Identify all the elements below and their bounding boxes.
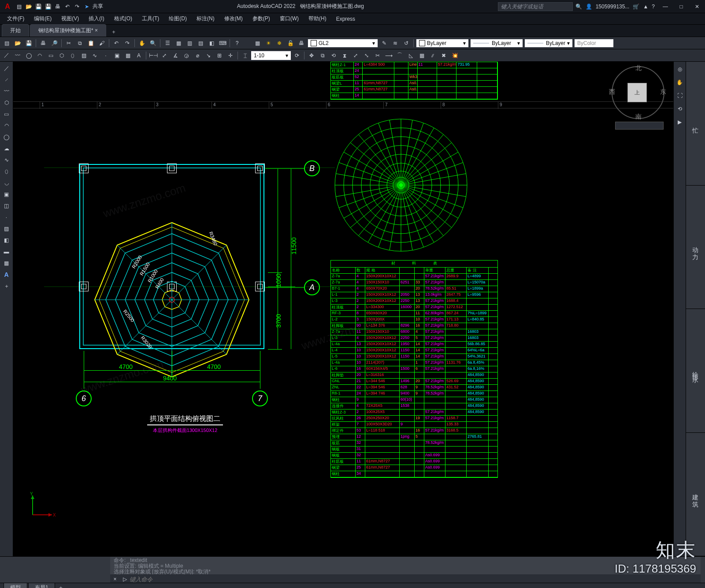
docked-panel[interactable]: 给排水 [686,309,705,433]
scale-icon[interactable]: ⤢ [351,51,360,60]
menu-item[interactable]: 工具(T) [137,14,163,24]
text-icon[interactable]: A [134,51,144,60]
make-block-icon[interactable]: ◫ [2,201,11,211]
linetype-dropdown[interactable]: ByLayer ▾ [470,39,523,48]
menu-item[interactable]: 参数(P) [248,14,275,24]
point-icon[interactable]: · [101,51,111,60]
mtext-icon[interactable]: A [2,270,11,279]
command-history[interactable]: 命令: _textedit当前设置: 编辑模式 = Multiple选择注释对象… [110,557,701,574]
pan-icon[interactable]: ✋ [137,38,147,48]
cart-icon[interactable]: 🛒 [633,4,639,10]
open-icon[interactable]: 📂 [25,3,33,11]
block-icon[interactable]: ▣ [112,51,122,60]
matchprops-icon[interactable]: 🖌 [97,38,107,48]
rect-icon[interactable]: ▭ [2,109,11,119]
pan-icon[interactable]: ✋ [675,78,685,87]
cmd-close-icon[interactable]: × [110,576,120,582]
dim-linear-icon[interactable]: ⊢⊣ [148,51,158,60]
help2-icon[interactable]: ? [232,38,242,48]
menu-item[interactable]: 编辑(E) [30,14,56,24]
lineweight-dropdown[interactable]: ByLayer ▾ [524,39,573,48]
dim-scale-dropdown[interactable]: 1-10 ▾ [251,51,291,60]
cut-icon[interactable]: ✂ [64,38,74,48]
calc-icon[interactable]: ⌨ [218,38,227,48]
layer-match-icon[interactable]: ≋ [390,38,400,48]
markup-icon[interactable]: ◧ [207,38,216,48]
rotate-icon[interactable]: ⟲ [329,51,338,60]
docked-panel[interactable]: 建 筑 [686,433,705,557]
circle-icon[interactable]: ◯ [2,132,11,142]
ellipse-icon[interactable]: ⬯ [2,167,11,176]
mirror-icon[interactable]: ⧗ [340,51,349,60]
layer-prev-icon[interactable]: ↺ [401,38,411,48]
dim-radius-icon[interactable]: ◶ [182,51,191,60]
tab-close-icon[interactable]: × [95,27,98,33]
color-dropdown[interactable]: ByLayer ▾ [416,39,469,48]
undo-icon[interactable]: ↶ [63,3,71,11]
properties-icon[interactable]: ☰ [163,38,172,48]
minimize-button[interactable]: — [657,2,673,11]
search-icon[interactable]: 🔍 [575,4,582,10]
dimstyle-icon[interactable]: ⌶ [240,51,250,60]
centermark-icon[interactable]: ✛ [226,51,235,60]
arc-icon[interactable]: ◠ [35,51,45,60]
spline-icon[interactable]: ∿ [90,51,100,60]
new-icon[interactable]: ▤ [2,38,11,48]
menu-item[interactable]: 绘图(D) [164,14,191,24]
revcloud-icon[interactable]: ☁ [2,144,11,153]
drawing-canvas[interactable]: 123456789 上 北 南 东 西 [13,62,673,556]
explode-icon[interactable]: 💥 [450,51,460,60]
stretch-icon[interactable]: ⤡ [362,51,371,60]
tab-active-doc[interactable]: 钢结构屋顶钟楼施工图* × [30,24,106,37]
menu-item[interactable]: 插入(I) [84,14,108,24]
circle-icon[interactable]: ◯ [24,51,33,60]
help-search[interactable]: 键入关键字或短语 [498,2,573,11]
viewcube-south[interactable]: 南 [635,113,642,121]
menu-item[interactable]: 修改(M) [220,14,247,24]
table-icon[interactable]: ▦ [123,51,133,60]
layer-plot-icon[interactable]: 🖶 [297,38,306,48]
share-icon[interactable]: ➤ [83,3,91,11]
rect-icon[interactable]: ▭ [46,51,56,60]
trim-icon[interactable]: ✂ [373,51,382,60]
layer-lock-icon[interactable]: 🔓 [286,38,295,48]
leader-icon[interactable]: ↘ [204,51,213,60]
save-icon[interactable]: 💾 [24,38,33,48]
layer-freeze-icon[interactable]: ❄ [275,38,284,48]
line-icon[interactable]: ／ [2,63,11,73]
designcenter-icon[interactable]: ▦ [174,38,183,48]
polygon-icon[interactable]: ⬡ [57,51,67,60]
insert-icon[interactable]: ▣ [2,190,11,199]
copy2-icon[interactable]: ⧉ [318,51,327,60]
polygon-icon[interactable]: ⬡ [2,98,11,108]
save-icon[interactable]: 💾 [34,3,42,11]
maximize-button[interactable]: □ [673,2,689,11]
table-icon[interactable]: ▦ [2,258,11,268]
viewcube-face[interactable]: 上 [627,83,647,102]
command-input[interactable] [130,576,701,583]
docked-panel[interactable]: 忙 [686,62,705,186]
region-icon[interactable]: ▬ [2,247,11,257]
viewcube-west[interactable]: 西 [609,88,615,96]
docked-panel[interactable]: 动 力 [686,186,705,309]
extend-icon[interactable]: ⟶ [384,51,393,60]
menu-item[interactable]: 窗口(W) [275,14,303,24]
menu-item[interactable]: 标注(N) [192,14,219,24]
menu-item[interactable]: Express [332,15,360,23]
view-cube[interactable]: 上 北 南 东 西 [612,66,664,119]
point-icon[interactable]: · [2,212,11,222]
spline-icon[interactable]: ∿ [2,155,11,165]
pline-icon[interactable]: 〰 [13,51,22,60]
sheetset-icon[interactable]: ▤ [196,38,205,48]
tolerance-icon[interactable]: ⊞ [215,51,224,60]
preview-icon[interactable]: 🔎 [49,38,59,48]
paste-icon[interactable]: 📋 [86,38,96,48]
user-icon[interactable]: 👤 [586,4,592,10]
layer-on-icon[interactable]: ☀ [263,38,273,48]
xline-icon[interactable]: ⟋ [2,75,11,85]
plotstyle-dropdown[interactable]: ByColor [574,39,614,48]
layer-properties-icon[interactable]: ▦ [252,38,262,48]
saveas-icon[interactable]: 💾 [44,3,52,11]
ellipse-icon[interactable]: ⬯ [68,51,78,60]
help-icon[interactable]: ? [652,4,655,10]
